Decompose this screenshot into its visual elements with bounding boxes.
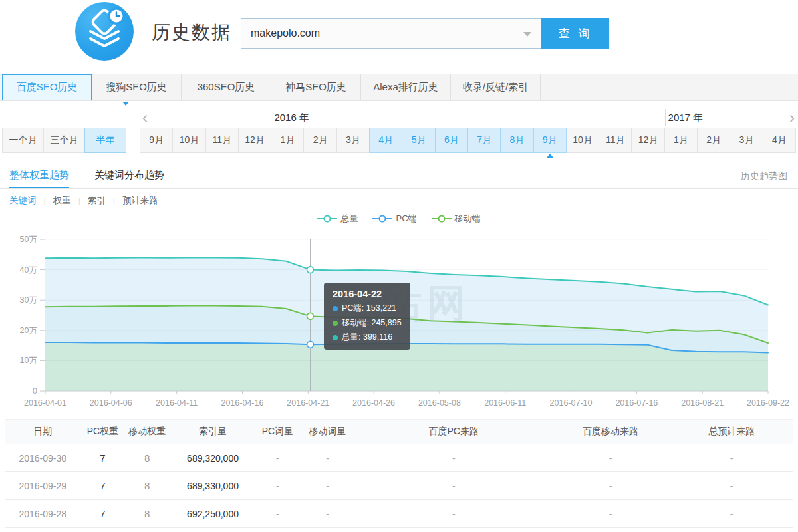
- app-logo: [75, 2, 134, 61]
- x-tick-label: 2016-04-06: [90, 398, 132, 408]
- month-cell-1[interactable]: 10月: [172, 128, 205, 153]
- filter-separator: |: [44, 196, 46, 205]
- tooltip-text: 移动端: 245,895: [342, 317, 402, 329]
- cell-索引量: 692,250,000: [169, 500, 257, 528]
- filter-index[interactable]: 索引: [88, 195, 106, 207]
- main-tab-bar: 百度SEO历史搜狗SEO历史360SEO历史神马SEO历史Alexa排行历史收录…: [0, 74, 798, 101]
- month-cell-13[interactable]: 10月: [566, 128, 599, 153]
- month-cell-6[interactable]: 3月: [336, 128, 370, 153]
- hover-marker-pc: [307, 341, 314, 348]
- cell-总预计来路: -: [670, 472, 793, 500]
- y-tick-label: 30万: [20, 295, 37, 305]
- cell-PC词量: -: [257, 500, 298, 528]
- page-header: 历史数据 查 询: [0, 0, 798, 73]
- layers-clock-icon: [75, 2, 134, 61]
- tab-include-backlink-index[interactable]: 收录/反链/索引: [451, 74, 541, 100]
- range-three-month[interactable]: 三个月: [43, 128, 85, 153]
- legend-item-0[interactable]: 总量: [317, 213, 358, 225]
- filter-weight[interactable]: 权重: [53, 195, 71, 207]
- cell-移动词量: -: [298, 444, 356, 472]
- col-header-6: 百度PC来路: [357, 420, 551, 444]
- tab-sogou-seo-history[interactable]: 搜狗SEO历史: [92, 74, 182, 100]
- x-tick-label: 2016-04-01: [24, 398, 66, 408]
- chart-legend: 总量PC端移动端: [0, 213, 798, 225]
- next-arrow-icon[interactable]: ›: [789, 110, 795, 125]
- y-tick-label: 50万: [20, 235, 37, 244]
- x-tick-label: 2016-04-16: [221, 398, 263, 408]
- month-cell-9[interactable]: 6月: [435, 128, 468, 153]
- month-cell-2[interactable]: 11月: [205, 128, 239, 153]
- cell-百度移动来路: -: [551, 472, 671, 500]
- tab-baidu-seo-history[interactable]: 百度SEO历史: [2, 74, 92, 100]
- month-grid: 9月10月11月12月1月2月3月4月5月6月7月8月9月10月11月12月1月…: [140, 128, 796, 153]
- tooltip-row-total: 总量: 399,116: [332, 332, 402, 343]
- month-cell-19[interactable]: 4月: [763, 128, 796, 153]
- cell-总预计来路: -: [670, 500, 793, 528]
- filter-separator: |: [78, 196, 80, 205]
- cell-百度移动来路: -: [551, 444, 671, 472]
- legend-marker-icon: [432, 215, 452, 223]
- month-cell-16[interactable]: 1月: [664, 128, 698, 153]
- x-tick-label: 2016-05-08: [418, 398, 461, 408]
- domain-search-input[interactable]: [241, 19, 541, 48]
- tooltip-dot-icon: [332, 306, 338, 311]
- tooltip-dot-icon: [332, 321, 338, 326]
- metric-filter-bar: 关键词|权重|索引|预计来路: [9, 194, 158, 208]
- selected-month-marker-icon: [547, 154, 553, 158]
- month-cell-7[interactable]: 4月: [369, 128, 402, 153]
- trend-chart: 总量PC端移动端 50万40万30万20万10万02016-04-012016-…: [0, 211, 798, 419]
- cell-百度PC来路: -: [357, 444, 551, 472]
- cell-移动词量: -: [298, 472, 356, 500]
- cell-移动词量: -: [298, 500, 356, 528]
- month-cell-12[interactable]: 9月: [533, 128, 567, 153]
- chart-tooltip: 2016-04-22 PC端: 153,221移动端: 245,895总量: 3…: [324, 283, 410, 350]
- tab-360-seo-history[interactable]: 360SEO历史: [182, 74, 271, 100]
- range-one-month[interactable]: 一个月: [2, 128, 44, 153]
- month-cell-0[interactable]: 9月: [140, 128, 173, 153]
- filter-keyword[interactable]: 关键词: [9, 195, 37, 207]
- x-tick-label: 2016-08-21: [681, 398, 724, 408]
- cell-百度移动来路: -: [551, 500, 671, 528]
- month-cell-14[interactable]: 11月: [598, 128, 632, 153]
- tab-alexa-rank-history[interactable]: Alexa排行历史: [361, 74, 451, 100]
- month-cell-17[interactable]: 2月: [697, 128, 730, 153]
- y-tick-label: 20万: [20, 326, 37, 335]
- x-tick-label: 2016-09-22: [747, 398, 789, 408]
- cell-索引量: 689,330,000: [169, 472, 257, 500]
- month-cell-15[interactable]: 12月: [631, 128, 664, 153]
- filter-estimated-traffic[interactable]: 预计来路: [122, 195, 158, 207]
- legend-item-1[interactable]: PC端: [372, 213, 416, 225]
- history-trend-link[interactable]: 历史趋势图: [741, 170, 787, 182]
- tab-shenma-seo-history[interactable]: 神马SEO历史: [271, 74, 361, 100]
- year-divider: [665, 109, 666, 126]
- month-cell-10[interactable]: 7月: [467, 128, 501, 153]
- hover-marker-total: [307, 267, 314, 273]
- col-header-8: 总预计来路: [670, 420, 793, 444]
- col-header-1: PC权重: [80, 420, 125, 444]
- subtab-keyword-distribution-trend[interactable]: 关键词分布趋势: [94, 163, 164, 188]
- month-cell-8[interactable]: 5月: [402, 128, 435, 153]
- month-cell-5[interactable]: 2月: [303, 128, 336, 153]
- month-cell-4[interactable]: 1月: [271, 128, 304, 153]
- range-half-year[interactable]: 半年: [84, 128, 126, 153]
- subtab-overall-weight-trend[interactable]: 整体权重趋势: [9, 163, 69, 188]
- col-header-7: 百度移动来路: [551, 420, 671, 444]
- chevron-down-icon[interactable]: [523, 32, 531, 37]
- cell-PC权重: 7: [80, 444, 125, 472]
- prev-arrow-icon[interactable]: ‹: [142, 110, 148, 125]
- col-header-2: 移动权重: [126, 420, 169, 444]
- page-title: 历史数据: [152, 20, 231, 45]
- month-cell-3[interactable]: 12月: [238, 128, 271, 153]
- x-tick-label: 2016-04-26: [352, 398, 395, 408]
- cell-PC词量: -: [257, 444, 298, 472]
- cell-PC权重: 7: [80, 500, 125, 528]
- month-cell-11[interactable]: 8月: [500, 128, 533, 153]
- table-row: 2016-09-2978689,330,000-----: [5, 472, 793, 500]
- month-cell-18[interactable]: 3月: [730, 128, 763, 153]
- col-header-4: PC词量: [257, 420, 298, 444]
- table-header-row: 日期PC权重移动权重索引量PC词量移动词量百度PC来路百度移动来路总预计来路: [5, 420, 793, 444]
- tooltip-date: 2016-04-22: [332, 289, 402, 299]
- y-tick-label: 0: [33, 386, 37, 396]
- query-button[interactable]: 查 询: [541, 18, 609, 49]
- legend-item-2[interactable]: 移动端: [432, 213, 481, 225]
